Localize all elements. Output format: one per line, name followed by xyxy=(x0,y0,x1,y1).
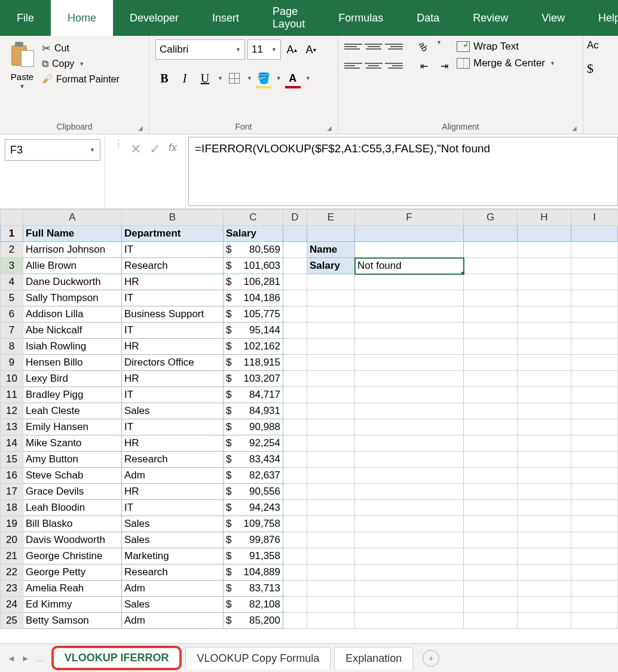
cell[interactable] xyxy=(464,597,518,613)
tab-page-layout[interactable]: Page Layout xyxy=(256,0,322,36)
cell[interactable] xyxy=(571,403,618,419)
cell[interactable] xyxy=(355,419,464,435)
cell-name[interactable]: Davis Woodworth xyxy=(23,532,122,548)
cell[interactable] xyxy=(355,500,464,516)
cell-salary[interactable]: $102,162 xyxy=(224,339,283,355)
cell-name[interactable]: Hensen Billo xyxy=(23,355,122,371)
cell[interactable] xyxy=(307,371,355,387)
cell[interactable] xyxy=(307,532,355,548)
cell-salary[interactable]: $106,281 xyxy=(224,274,283,290)
cell[interactable] xyxy=(571,452,618,468)
cell-name[interactable]: Abe Nickcalf xyxy=(23,323,122,339)
cell[interactable] xyxy=(355,323,464,339)
cell-dept[interactable]: Adm xyxy=(122,581,224,597)
cell-name[interactable]: George Petty xyxy=(23,564,122,581)
cell-dept[interactable]: Research xyxy=(122,452,224,468)
cell[interactable] xyxy=(283,548,307,564)
cell[interactable] xyxy=(571,564,618,581)
align-middle-button[interactable] xyxy=(365,39,383,54)
cell[interactable] xyxy=(518,226,571,242)
borders-button[interactable] xyxy=(225,69,243,87)
align-left-button[interactable] xyxy=(344,59,362,73)
dialog-launcher-icon[interactable]: ◢ xyxy=(138,125,143,131)
cut-button[interactable]: ✂Cut xyxy=(42,42,120,55)
cell[interactable] xyxy=(518,290,571,306)
tab-developer[interactable]: Developer xyxy=(113,0,195,36)
cell[interactable] xyxy=(464,258,518,274)
accounting-format-button[interactable]: $ xyxy=(587,57,599,76)
row-header[interactable]: 3 xyxy=(1,258,23,274)
cell[interactable] xyxy=(283,613,307,629)
add-sheet-button[interactable]: + xyxy=(423,650,439,667)
chevron-down-icon[interactable]: ▼ xyxy=(79,61,84,67)
cell[interactable] xyxy=(571,532,618,548)
tab-data[interactable]: Data xyxy=(400,0,456,36)
cell[interactable] xyxy=(464,452,518,468)
cell[interactable] xyxy=(464,548,518,564)
cell-salary[interactable]: $118,915 xyxy=(224,355,283,371)
cell[interactable] xyxy=(518,452,571,468)
cell[interactable] xyxy=(283,532,307,548)
wrap-text-button[interactable]: Wrap Text xyxy=(457,41,555,53)
cell-salary[interactable]: $90,556 xyxy=(224,484,283,500)
cell[interactable] xyxy=(355,387,464,403)
cell-dept[interactable]: Research xyxy=(122,564,224,581)
cell[interactable] xyxy=(464,339,518,355)
cell[interactable] xyxy=(464,516,518,532)
cell[interactable] xyxy=(355,306,464,323)
cell[interactable] xyxy=(464,323,518,339)
cell-dept[interactable]: Sales xyxy=(122,516,224,532)
cell-salary[interactable]: $91,358 xyxy=(224,548,283,564)
cell[interactable] xyxy=(283,274,307,290)
cell-dept[interactable]: IT xyxy=(122,387,224,403)
cell-name[interactable]: Betty Samson xyxy=(23,613,122,629)
cell[interactable] xyxy=(464,468,518,484)
row-header[interactable]: 2 xyxy=(1,242,23,258)
cell-dept[interactable]: Sales xyxy=(122,532,224,548)
row-header[interactable]: 15 xyxy=(1,452,23,468)
cell[interactable] xyxy=(571,226,618,242)
cell-dept[interactable]: Adm xyxy=(122,468,224,484)
cell-name[interactable]: Amelia Reah xyxy=(23,581,122,597)
cell[interactable] xyxy=(283,468,307,484)
tab-file[interactable]: File xyxy=(0,0,51,36)
cancel-formula-button[interactable]: ✕ xyxy=(130,142,141,157)
cell-name[interactable]: Harrison Johnson xyxy=(23,242,122,258)
cell[interactable] xyxy=(307,581,355,597)
cell[interactable] xyxy=(464,419,518,435)
col-header-G[interactable]: G xyxy=(464,210,518,226)
cell[interactable] xyxy=(307,387,355,403)
cell[interactable]: Department xyxy=(122,226,224,242)
row-header[interactable]: 13 xyxy=(1,419,23,435)
row-header[interactable]: 11 xyxy=(1,387,23,403)
cell[interactable] xyxy=(464,355,518,371)
tab-home[interactable]: Home xyxy=(51,0,113,36)
cell[interactable] xyxy=(307,484,355,500)
select-all-corner[interactable] xyxy=(1,210,23,226)
row-header[interactable]: 19 xyxy=(1,516,23,532)
cell[interactable] xyxy=(355,435,464,452)
cell[interactable] xyxy=(518,242,571,258)
merge-center-button[interactable]: Merge & Center▼ xyxy=(457,57,555,69)
orientation-button[interactable]: ab xyxy=(415,39,433,54)
cell[interactable] xyxy=(355,532,464,548)
cell[interactable] xyxy=(571,306,618,323)
insert-function-button[interactable]: fx xyxy=(169,142,177,154)
cell-dept[interactable]: Business Support xyxy=(122,306,224,323)
cell[interactable] xyxy=(518,403,571,419)
cell-salary[interactable]: $82,108 xyxy=(224,597,283,613)
cell-salary[interactable]: $95,144 xyxy=(224,323,283,339)
cell[interactable] xyxy=(307,516,355,532)
cell[interactable] xyxy=(283,323,307,339)
italic-button[interactable]: I xyxy=(176,69,194,87)
cell[interactable] xyxy=(283,516,307,532)
cell-salary[interactable]: $84,931 xyxy=(224,403,283,419)
cell[interactable] xyxy=(518,323,571,339)
cell[interactable] xyxy=(464,564,518,581)
cell[interactable] xyxy=(518,339,571,355)
cell[interactable] xyxy=(355,468,464,484)
cell[interactable] xyxy=(571,258,618,274)
cell-salary[interactable]: $105,775 xyxy=(224,306,283,323)
chevron-down-icon[interactable]: ▼ xyxy=(19,83,25,90)
cell[interactable] xyxy=(283,564,307,581)
